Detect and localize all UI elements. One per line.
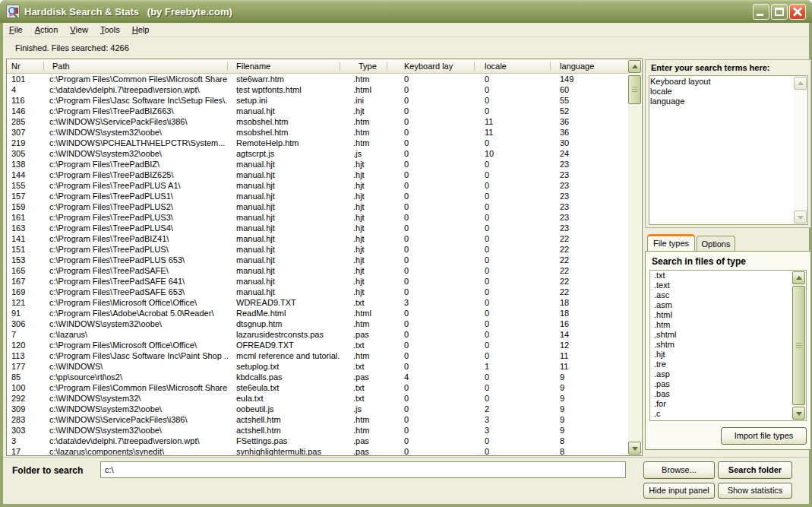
table-row[interactable]: 165c:\Program Files\TreePadSAFE\manual.h… bbox=[7, 265, 629, 276]
file-type-item[interactable]: .htm bbox=[650, 320, 806, 330]
scroll-up-icon[interactable] bbox=[628, 60, 641, 73]
table-row[interactable]: 101c:\Program Files\Common Files\Microso… bbox=[7, 74, 629, 84]
table-row[interactable]: 163c:\Program Files\TreePadPLUS4\manual.… bbox=[7, 223, 629, 233]
table-row[interactable]: 85c:\pp\source\rtl\os2\kbdcalls.pas.pas4… bbox=[7, 372, 629, 382]
table-row[interactable]: 157c:\Program Files\TreePadPLUS1\manual.… bbox=[7, 191, 629, 201]
table-row[interactable]: 121c:\Program Files\Microsoft Office\Off… bbox=[7, 297, 629, 308]
scroll-thumb[interactable] bbox=[792, 286, 805, 405]
table-row[interactable]: 155c:\Program Files\TreePadPLUS A1\manua… bbox=[7, 180, 629, 191]
column-header-filename[interactable]: Filename bbox=[228, 59, 340, 73]
import-file-types-button[interactable]: Import file types bbox=[721, 427, 807, 445]
scroll-down-icon[interactable] bbox=[792, 407, 805, 420]
file-type-item[interactable]: .hjt bbox=[650, 350, 806, 360]
table-row[interactable]: 3c:\data\dev\delphi.7\treepad\version.wp… bbox=[7, 436, 629, 446]
menu-item-file[interactable]: File bbox=[3, 24, 29, 36]
table-cell: 167 bbox=[7, 276, 44, 287]
file-type-item[interactable]: .bas bbox=[650, 389, 806, 399]
table-cell: 0 bbox=[387, 201, 475, 212]
file-type-item[interactable]: .asm bbox=[650, 300, 806, 310]
table-row[interactable]: 91c:\Program Files\Adobe\Acrobat 5.0\Rea… bbox=[7, 308, 629, 318]
table-row[interactable]: 144c:\Program Files\TreePadBIZ625\manual… bbox=[7, 170, 629, 180]
table-row[interactable]: 309c:\WINDOWS\system32\oobe\oobeutil.js.… bbox=[7, 404, 629, 414]
search-terms-label: Enter your search terms here: bbox=[651, 63, 770, 72]
hide-input-panel-button[interactable]: Hide input panel bbox=[643, 483, 715, 499]
menu-item-tools[interactable]: Tools bbox=[94, 24, 126, 36]
scroll-up-icon[interactable] bbox=[792, 271, 805, 284]
column-header-nr[interactable]: Nr bbox=[7, 59, 44, 73]
table-cell: .txt bbox=[340, 361, 387, 372]
search-terms-input[interactable] bbox=[650, 77, 795, 223]
column-header-language[interactable]: language bbox=[551, 59, 629, 73]
table-row[interactable]: 167c:\Program Files\TreePadSAFE 641\manu… bbox=[7, 276, 629, 287]
file-type-item[interactable]: .tre bbox=[650, 360, 806, 369]
table-row[interactable]: 146c:\Program Files\TreePadBIZ663\manual… bbox=[7, 106, 629, 116]
table-row[interactable]: 307c:\WINDOWS\system32\oobe\msobshel.htm… bbox=[7, 127, 629, 138]
table-row[interactable]: 177c:\WINDOWS\setuplog.txt.txt0111 bbox=[7, 361, 629, 372]
search-terms-scrollbar[interactable] bbox=[794, 77, 807, 223]
browse-button[interactable]: Browse... bbox=[643, 461, 715, 479]
scroll-up-icon[interactable] bbox=[794, 77, 807, 90]
file-type-item[interactable]: .for bbox=[650, 399, 806, 409]
tab-file-types[interactable]: File types bbox=[647, 234, 695, 251]
table-row[interactable]: 153c:\Program Files\TreePadPLUS 653\manu… bbox=[7, 255, 629, 265]
table-row[interactable]: 305c:\WINDOWS\system32\oobe\agtscrpt.js.… bbox=[7, 148, 629, 159]
file-type-item[interactable]: .txt bbox=[650, 271, 806, 280]
table-cell: 0 bbox=[475, 159, 551, 170]
table-cell: 22 bbox=[551, 255, 629, 265]
file-type-item[interactable]: .html bbox=[650, 310, 806, 320]
table-row[interactable]: 113c:\Program Files\Jasc Software Inc\Pa… bbox=[7, 350, 629, 361]
column-header-path[interactable]: Path bbox=[44, 59, 228, 73]
table-row[interactable]: 285c:\WINDOWS\ServicePackFiles\i386\msob… bbox=[7, 116, 629, 127]
table-row[interactable]: 141c:\Program Files\TreePadBIZ41\manual.… bbox=[7, 233, 629, 244]
table-row[interactable]: 159c:\Program Files\TreePadPLUS2\manual.… bbox=[7, 201, 629, 212]
folder-to-search-input[interactable] bbox=[100, 461, 626, 478]
table-cell: 3 bbox=[7, 436, 44, 446]
table-row[interactable]: 161c:\Program Files\TreePadPLUS3\manual.… bbox=[7, 212, 629, 223]
table-row[interactable]: 120c:\Program Files\Microsoft Office\Off… bbox=[7, 340, 629, 350]
show-statistics-button[interactable]: Show statistics bbox=[718, 483, 792, 499]
table-row[interactable]: 100c:\Program Files\Common Files\Microso… bbox=[7, 382, 629, 393]
file-type-item[interactable]: .c bbox=[650, 409, 806, 419]
file-types-scrollbar[interactable] bbox=[792, 271, 805, 420]
tab-options[interactable]: Options bbox=[697, 236, 735, 251]
column-header-locale[interactable]: locale bbox=[475, 59, 551, 73]
table-scrollbar[interactable] bbox=[628, 60, 641, 455]
app-icon bbox=[6, 5, 20, 18]
minimize-button[interactable] bbox=[753, 4, 769, 20]
menu-item-action[interactable]: Action bbox=[29, 24, 65, 36]
table-row[interactable]: 303c:\WINDOWS\system32\oobe\actshell.htm… bbox=[7, 425, 629, 436]
table-row[interactable]: 283c:\WINDOWS\ServicePackFiles\i386\acts… bbox=[7, 414, 629, 425]
file-type-item[interactable]: .pas bbox=[650, 379, 806, 389]
table-row[interactable]: 4c:\data\dev\delphi.7\treepad\version.wp… bbox=[7, 84, 629, 95]
file-type-item[interactable]: .asc bbox=[650, 290, 806, 300]
close-button[interactable] bbox=[789, 4, 806, 20]
scroll-down-icon[interactable] bbox=[794, 211, 807, 223]
table-cell: 0 bbox=[387, 361, 475, 372]
file-type-item[interactable]: .text bbox=[650, 280, 806, 290]
status-bar: Finished. Files searched: 4266 bbox=[3, 38, 809, 58]
table-row[interactable]: 292c:\WINDOWS\system32\eula.txt.txt009 bbox=[7, 393, 629, 404]
table-cell: c:\lazarus\components\synedit\ bbox=[44, 446, 228, 456]
menu-item-help[interactable]: Help bbox=[126, 24, 156, 36]
table-row[interactable]: 219c:\WINDOWS\PCHEALTH\HELPCTR\System...… bbox=[7, 138, 629, 148]
table-row[interactable]: 306c:\WINDOWS\system32\oobe\dtsgnup.htm.… bbox=[7, 318, 629, 329]
table-row[interactable]: 169c:\Program Files\TreePadSAFE 653\manu… bbox=[7, 287, 629, 297]
table-cell: .js bbox=[340, 404, 387, 414]
file-type-item[interactable]: .shtm bbox=[650, 340, 806, 350]
menu-item-view[interactable]: View bbox=[64, 24, 94, 36]
column-header-keyboard-lay[interactable]: Keyboard lay bbox=[387, 59, 475, 73]
search-folder-button[interactable]: Search folder bbox=[718, 461, 792, 479]
file-type-item[interactable]: .shtml bbox=[650, 330, 806, 340]
scroll-thumb[interactable] bbox=[628, 75, 641, 104]
maximize-button[interactable] bbox=[771, 4, 788, 20]
table-row[interactable]: 151c:\Program Files\TreePadPLUS\manual.h… bbox=[7, 244, 629, 255]
table-cell: 177 bbox=[7, 361, 44, 372]
table-cell: 22 bbox=[551, 265, 629, 276]
column-header-type[interactable]: Type bbox=[340, 59, 387, 73]
table-row[interactable]: 17c:\lazarus\components\synedit\synhighl… bbox=[7, 446, 629, 456]
table-row[interactable]: 7c:\lazarus\lazarusidestrconsts.pas.pas0… bbox=[7, 329, 629, 340]
file-type-item[interactable]: .asp bbox=[650, 369, 806, 379]
table-row[interactable]: 138c:\Program Files\TreePadBIZ\manual.hj… bbox=[7, 159, 629, 170]
table-row[interactable]: 116c:\Program Files\Jasc Software Inc\Se… bbox=[7, 95, 629, 106]
scroll-down-icon[interactable] bbox=[628, 442, 641, 455]
